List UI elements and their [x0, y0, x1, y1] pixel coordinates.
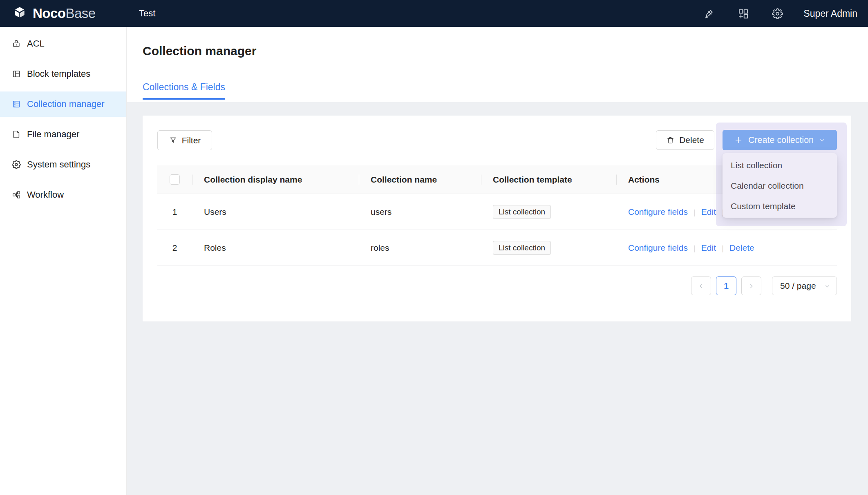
cell-template: List collection: [481, 205, 616, 219]
action-separator: |: [694, 244, 696, 252]
select-all-cell: [157, 174, 192, 185]
logo-text: NocoBase: [33, 6, 96, 21]
page-header-band: Collection manager Collections & Fields: [127, 27, 868, 102]
select-all-checkbox[interactable]: [170, 174, 180, 185]
edit-link[interactable]: Edit: [701, 243, 716, 252]
create-collection-menu: List collection Calendar collection Cust…: [723, 153, 837, 218]
sidebar-item-label: Block templates: [27, 69, 90, 79]
menu-item-list-collection[interactable]: List collection: [723, 155, 837, 176]
layout-icon: [12, 69, 21, 78]
column-header-template: Collection template: [481, 175, 616, 185]
delete-link[interactable]: Delete: [729, 243, 754, 252]
pagination: 1 50 / page: [691, 276, 837, 295]
sidebar-item-system-settings[interactable]: System settings: [0, 152, 126, 177]
chevron-left-icon: [698, 283, 705, 290]
app-window: NocoBase Test Super Admin ACL Block temp…: [0, 0, 868, 495]
configure-fields-link[interactable]: Configure fields: [628, 207, 688, 216]
row-index: 2: [157, 243, 192, 253]
nocobase-cube-icon: [11, 5, 28, 22]
configure-fields-link[interactable]: Configure fields: [628, 243, 688, 252]
trash-icon: [666, 136, 675, 145]
user-menu[interactable]: Super Admin: [803, 8, 857, 19]
delete-button[interactable]: Delete: [656, 130, 714, 150]
sidebar-item-label: Workflow: [27, 190, 64, 200]
table-row: 2 Roles roles List collection Configure …: [157, 230, 837, 266]
delete-button-label: Delete: [679, 135, 704, 145]
nav-item-test[interactable]: Test: [139, 8, 155, 18]
sidebar-item-label: System settings: [27, 159, 90, 170]
cell-actions: Configure fields|Edit|Delete: [616, 243, 837, 253]
highlighter-icon[interactable]: [703, 8, 714, 19]
plugin-add-icon[interactable]: [738, 8, 749, 19]
sidebar-item-acl[interactable]: ACL: [0, 31, 126, 56]
column-header-name: Collection name: [359, 175, 481, 185]
workflow-icon: [12, 190, 21, 199]
sidebar-item-label: File manager: [27, 129, 79, 140]
edit-link[interactable]: Edit: [701, 207, 716, 216]
cell-name: users: [359, 207, 481, 217]
nocobase-logo[interactable]: NocoBase: [0, 5, 96, 22]
action-separator: |: [722, 244, 724, 252]
filter-button-label: Filter: [182, 136, 201, 145]
sidebar-item-file-manager[interactable]: File manager: [0, 122, 126, 147]
page-number-1[interactable]: 1: [716, 276, 736, 295]
page-size-select[interactable]: 50 / page: [772, 276, 837, 295]
sidebar: ACL Block templates Collection manager F…: [0, 27, 127, 495]
template-tag: List collection: [493, 241, 551, 255]
tab-collections-fields[interactable]: Collections & Fields: [143, 82, 225, 100]
sidebar-item-workflow[interactable]: Workflow: [0, 182, 126, 207]
collections-icon: [12, 100, 21, 109]
plus-icon: [734, 136, 743, 145]
menu-item-calendar-collection[interactable]: Calendar collection: [723, 176, 837, 196]
page-title: Collection manager: [143, 44, 256, 58]
cell-display-name: Users: [192, 207, 359, 217]
settings-icon[interactable]: [772, 8, 783, 19]
cell-template: List collection: [481, 241, 616, 255]
row-index: 1: [157, 207, 192, 217]
create-collection-button[interactable]: Create collection: [723, 130, 837, 150]
header-nav: Test: [139, 8, 155, 19]
chevron-down-icon: [819, 137, 825, 143]
sidebar-item-block-templates[interactable]: Block templates: [0, 61, 126, 87]
menu-item-custom-template[interactable]: Custom template: [723, 196, 837, 216]
page-size-value: 50 / page: [780, 281, 816, 291]
create-collection-label: Create collection: [748, 135, 814, 145]
column-header-display-name: Collection display name: [192, 175, 359, 185]
previous-page-button[interactable]: [691, 276, 711, 295]
gear-icon: [12, 160, 21, 169]
cell-display-name: Roles: [192, 243, 359, 253]
filter-button[interactable]: Filter: [157, 130, 212, 150]
action-separator: |: [694, 208, 696, 216]
sidebar-item-collection-manager[interactable]: Collection manager: [0, 91, 126, 117]
filter-funnel-icon: [169, 136, 177, 145]
lock-icon: [12, 39, 21, 48]
cell-name: roles: [359, 243, 481, 253]
next-page-button[interactable]: [741, 276, 761, 295]
file-icon: [12, 130, 21, 139]
chevron-down-icon: [824, 283, 830, 289]
header-right: Super Admin: [680, 8, 868, 19]
sidebar-item-label: Collection manager: [27, 99, 105, 109]
sidebar-item-label: ACL: [27, 38, 45, 49]
top-header: NocoBase Test Super Admin: [0, 0, 868, 27]
chevron-right-icon: [748, 283, 755, 290]
template-tag: List collection: [493, 205, 551, 219]
